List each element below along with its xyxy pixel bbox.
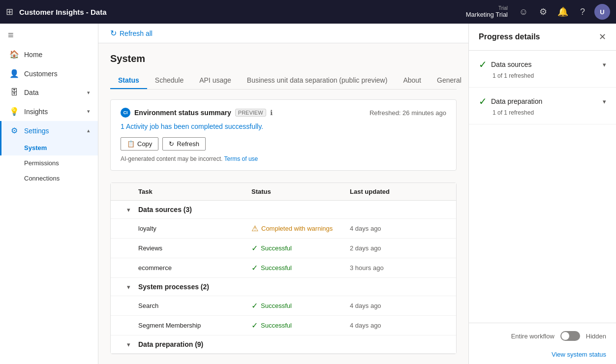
progress-expand-data-sources[interactable]: ▾: [603, 61, 606, 68]
sidebar-system-label: System: [24, 144, 47, 152]
smiley-button[interactable]: ☺: [516, 4, 531, 20]
tab-about[interactable]: About: [395, 72, 429, 89]
settings-chevron-icon: ▴: [87, 127, 90, 134]
col-status: Status: [251, 188, 350, 195]
data-icon: 🗄: [9, 88, 19, 97]
progress-panel-title: Progress details: [479, 32, 599, 41]
data-chevron-icon: ▾: [87, 90, 90, 96]
refresh-btn-icon: ↻: [169, 140, 174, 148]
progress-expand-data-preparation[interactable]: ▾: [603, 98, 606, 105]
progress-item-data-preparation-header: ✓ Data preparation ▾: [479, 95, 606, 107]
hidden-label: Hidden: [586, 333, 606, 340]
copy-label: Copy: [137, 140, 152, 148]
refresh-bar: ↻ Refresh all: [98, 24, 468, 43]
section-data-preparation-title: Data preparation (9): [138, 340, 448, 348]
refresh-all-button[interactable]: ↻ Refresh all: [110, 29, 153, 38]
hamburger-icon[interactable]: ≡: [0, 26, 98, 45]
section-data-sources-title: Data sources (3): [138, 206, 448, 213]
progress-panel: Progress details ✕ ✓ Data sources ▾ 1 of…: [468, 24, 616, 364]
toggle-label: Entire workflow: [511, 333, 554, 340]
status-ecommerce: ✓ Successful: [251, 263, 350, 273]
section-system-processes-title: System processes (2): [138, 283, 448, 291]
refresh-button[interactable]: ↻ Refresh: [162, 137, 206, 151]
updated-search: 4 days ago: [350, 302, 448, 309]
data-table: Task Status Last updated ▾ Data sources …: [110, 182, 457, 354]
section-data-preparation: ▾ Data preparation (9): [111, 335, 456, 354]
tab-schedule[interactable]: Schedule: [147, 72, 191, 89]
sidebar-item-insights[interactable]: 💡 Insights ▾: [0, 102, 98, 121]
success-icon: ✓: [251, 301, 258, 310]
refreshed-time: Refreshed: 26 minutes ago: [370, 109, 446, 117]
sidebar-item-data[interactable]: 🗄 Data ▾: [0, 83, 98, 102]
preview-badge: PREVIEW: [235, 109, 266, 117]
sidebar-data-label: Data: [24, 89, 82, 96]
view-system-status-link[interactable]: View system status: [469, 351, 616, 364]
org-name: Marketing Trial: [466, 11, 508, 18]
table-row: Reviews ✓ Successful 2 days ago: [111, 239, 456, 258]
task-search: Search: [138, 302, 251, 309]
collapse-system-processes-button[interactable]: ▾: [119, 283, 138, 291]
col-expand: [119, 188, 138, 195]
tab-business-unit[interactable]: Business unit data separation (public pr…: [239, 72, 396, 89]
status-loyalty: ⚠ Completed with warnings: [251, 224, 350, 233]
progress-data-preparation-title: Data preparation: [491, 97, 599, 105]
insights-icon: 💡: [9, 107, 19, 116]
sidebar-permissions-label: Permissions: [24, 159, 59, 167]
sidebar-sub-item-system[interactable]: System: [0, 140, 98, 155]
content-area: System Status Schedule API usage Busines…: [98, 43, 468, 364]
trial-block: Trial Marketing Trial: [466, 5, 508, 18]
warning-icon: ⚠: [251, 224, 258, 233]
tab-general[interactable]: General: [429, 72, 468, 89]
toggle-thumb: [561, 332, 569, 340]
col-last-updated: Last updated: [350, 188, 448, 195]
close-progress-panel-button[interactable]: ✕: [599, 31, 606, 42]
env-status-card: CI Environment status summary PREVIEW ℹ …: [110, 99, 457, 171]
entire-workflow-toggle[interactable]: [560, 331, 580, 341]
app-body: ≡ 🏠 Home 👤 Customers 🗄 Data ▾ 💡 Insights…: [0, 24, 616, 364]
env-actions: 📋 Copy ↻ Refresh: [121, 137, 446, 151]
task-ecommerce: ecommerce: [138, 264, 251, 272]
settings-button[interactable]: ⚙: [535, 4, 551, 20]
status-segment-membership: ✓ Successful: [251, 321, 350, 330]
sidebar-item-customers[interactable]: 👤 Customers: [0, 64, 98, 83]
avatar[interactable]: U: [594, 4, 610, 20]
trial-label: Trial: [498, 5, 508, 11]
sidebar-customers-label: Customers: [24, 70, 90, 78]
collapse-data-preparation-button[interactable]: ▾: [119, 341, 138, 348]
env-disclaimer: AI-generated content may be incorrect. T…: [121, 155, 446, 162]
main-area: ↻ Refresh all System Status Schedule API…: [98, 24, 468, 364]
sidebar-home-label: Home: [24, 51, 90, 59]
status-reviews: ✓ Successful: [251, 243, 350, 253]
sidebar-sub-item-permissions[interactable]: Permissions: [0, 155, 98, 171]
table-row: loyalty ⚠ Completed with warnings 4 days…: [111, 219, 456, 239]
tab-status[interactable]: Status: [110, 72, 147, 89]
copy-button[interactable]: 📋 Copy: [121, 137, 158, 151]
progress-footer: Entire workflow Hidden: [469, 323, 616, 349]
help-button[interactable]: ?: [575, 4, 590, 20]
section-data-sources: ▾ Data sources (3): [111, 201, 456, 219]
table-header: Task Status Last updated: [111, 183, 456, 201]
refresh-label: Refresh: [177, 140, 199, 148]
refresh-all-label: Refresh all: [120, 30, 153, 37]
progress-success-icon-data-preparation: ✓: [479, 95, 487, 107]
progress-item-data-preparation: ✓ Data preparation ▾ 1 of 1 refreshed: [469, 88, 616, 124]
success-icon: ✓: [251, 263, 258, 273]
progress-item-data-sources-header: ✓ Data sources ▾: [479, 59, 606, 70]
section-system-processes: ▾ System processes (2): [111, 278, 456, 296]
tab-api-usage[interactable]: API usage: [191, 72, 239, 89]
sidebar-item-home[interactable]: 🏠 Home: [0, 45, 98, 64]
copy-icon: 📋: [127, 140, 135, 148]
success-icon: ✓: [251, 243, 258, 253]
table-row: Search ✓ Successful 4 days ago: [111, 296, 456, 316]
terms-of-use-link[interactable]: Terms of use: [224, 155, 258, 162]
info-icon[interactable]: ℹ: [270, 109, 273, 117]
sidebar-item-settings[interactable]: ⚙ Settings ▴: [0, 121, 98, 140]
sidebar-sub-item-connections[interactable]: Connections: [0, 171, 98, 186]
progress-data-sources-subtitle: 1 of 1 refreshed: [479, 72, 606, 79]
collapse-data-sources-button[interactable]: ▾: [119, 206, 138, 213]
env-message: 1 Activity job has been completed succes…: [121, 122, 446, 130]
page-title: System: [110, 53, 457, 64]
grid-icon[interactable]: ⊞: [6, 6, 13, 17]
bell-button[interactable]: 🔔: [555, 4, 571, 20]
sidebar-connections-label: Connections: [24, 175, 60, 182]
